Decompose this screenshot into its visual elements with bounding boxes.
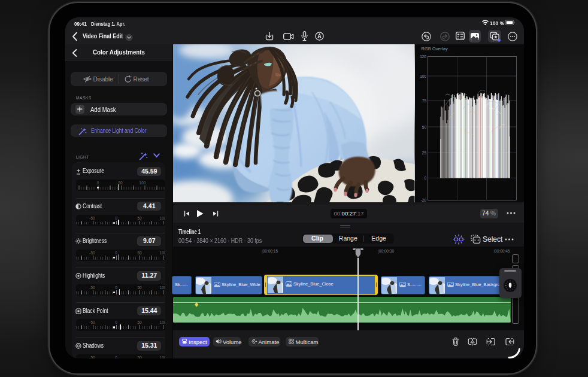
svg-text:75: 75	[422, 99, 426, 103]
svg-text:-20: -20	[420, 198, 426, 202]
svg-text:25: 25	[422, 150, 426, 154]
svg-text:0: 0	[424, 175, 426, 180]
svg-text:50: 50	[422, 124, 426, 129]
svg-text:100: 100	[420, 74, 426, 78]
svg-text:120: 120	[420, 54, 426, 58]
